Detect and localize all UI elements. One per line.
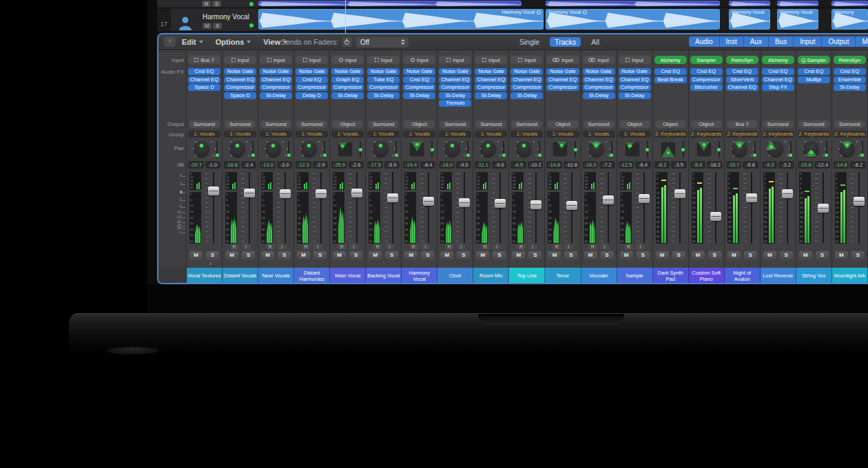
input-slot-button[interactable]: Input bbox=[296, 56, 328, 64]
pan-knob[interactable] bbox=[516, 141, 532, 157]
mute-button[interactable]: M bbox=[225, 251, 238, 259]
midi-region[interactable] bbox=[729, 1, 770, 6]
mute-button[interactable]: M bbox=[297, 251, 310, 259]
volume-db-value[interactable]: -6.4 bbox=[635, 161, 651, 169]
group-slot[interactable]: 1: Vocals bbox=[224, 131, 256, 138]
fx-plugin-button[interactable]: Channel EQ bbox=[439, 76, 471, 83]
pan-spread-slider[interactable] bbox=[683, 141, 684, 158]
solo-button[interactable]: S bbox=[780, 251, 793, 259]
fx-plugin-button[interactable]: Space D bbox=[188, 84, 220, 91]
fx-plugin-button[interactable]: Cnsl EQ bbox=[296, 76, 328, 83]
group-slot[interactable]: 2: Keyboards bbox=[834, 131, 866, 138]
fader-cap[interactable] bbox=[566, 201, 577, 210]
group-slot[interactable]: 2: Keyboards bbox=[654, 131, 687, 138]
record-enable-button[interactable]: R bbox=[588, 244, 597, 250]
fx-plugin-button[interactable]: Noise Gate bbox=[583, 68, 615, 75]
output-slot-button[interactable]: Surround bbox=[296, 120, 327, 128]
meter-db-value[interactable]: -13.0 bbox=[260, 161, 276, 169]
fx-plugin-button[interactable]: St-Delay bbox=[619, 92, 651, 99]
power-icon-button[interactable] bbox=[342, 37, 352, 47]
fx-plugin-button[interactable]: Channel EQ bbox=[475, 76, 507, 83]
output-slot-button[interactable]: Object bbox=[332, 120, 363, 128]
fx-plugin-button[interactable]: Channel EQ bbox=[583, 76, 615, 83]
input-slot-button[interactable]: Input bbox=[224, 56, 256, 64]
solo-button[interactable]: S bbox=[493, 251, 506, 259]
meter-db-value[interactable]: -19.4 bbox=[403, 161, 419, 169]
mute-button[interactable]: M bbox=[202, 1, 211, 7]
track-name-cell[interactable]: Near Vocals bbox=[258, 268, 294, 284]
pan-knob[interactable] bbox=[839, 141, 855, 157]
volume-db-value[interactable]: -2.6 bbox=[349, 161, 364, 169]
pan-spread-slider[interactable] bbox=[719, 141, 720, 158]
move-mixer-up-button[interactable]: ↑ bbox=[164, 36, 176, 47]
volume-fader[interactable] bbox=[850, 172, 865, 244]
input-monitor-button[interactable]: I bbox=[421, 244, 430, 250]
fx-plugin-button[interactable]: St-Delay bbox=[475, 92, 507, 99]
mute-button[interactable]: M bbox=[512, 251, 525, 259]
fx-plugin-button[interactable]: St-Delay bbox=[510, 92, 543, 99]
midi-region[interactable] bbox=[777, 1, 818, 6]
meter-db-value[interactable]: -14.8 bbox=[834, 161, 849, 169]
input-monitor-button[interactable]: I bbox=[457, 244, 466, 250]
track-name-cell[interactable]: Moonlight Ark bbox=[832, 268, 868, 284]
fx-plugin-button[interactable]: St-Delay bbox=[260, 92, 292, 99]
volume-db-value[interactable]: -9.0 bbox=[456, 161, 472, 169]
fx-plugin-button[interactable]: Compressor bbox=[367, 84, 400, 91]
solo-button[interactable]: S bbox=[421, 251, 434, 259]
pan-spread-slider[interactable] bbox=[539, 141, 540, 158]
midi-region[interactable] bbox=[258, 1, 521, 6]
solo-button[interactable]: S bbox=[242, 251, 255, 259]
fx-plugin-button[interactable]: Delay D bbox=[296, 92, 328, 99]
fx-plugin-button[interactable]: St-Delay bbox=[834, 84, 866, 91]
fx-plugin-button[interactable]: Cnsl EQ bbox=[403, 76, 435, 83]
view-mode-tracks[interactable]: Tracks bbox=[550, 37, 581, 47]
input-monitor-button[interactable]: I bbox=[493, 244, 502, 250]
object-pan-pad[interactable] bbox=[338, 142, 353, 157]
instrument-slot-button[interactable]: Sampler bbox=[690, 56, 723, 64]
track-name-cell[interactable]: Backing Vocal bbox=[366, 268, 402, 284]
output-slot-button[interactable]: Surround bbox=[834, 120, 865, 128]
input-slot-button[interactable]: Input bbox=[583, 56, 615, 64]
volume-fader[interactable] bbox=[348, 172, 363, 244]
fx-plugin-button[interactable]: Noise Gate bbox=[439, 68, 471, 75]
volume-db-value[interactable]: -1.0 bbox=[205, 161, 221, 169]
fx-plugin-button[interactable]: Bitcrusher bbox=[690, 84, 723, 91]
fx-plugin-button[interactable]: Channel EQ bbox=[726, 84, 758, 91]
fader-cap[interactable] bbox=[530, 200, 541, 209]
pan-knob[interactable] bbox=[265, 141, 281, 157]
mute-button[interactable]: M bbox=[835, 251, 848, 259]
record-enable-button[interactable]: R bbox=[481, 244, 490, 250]
output-slot-button[interactable]: Object bbox=[547, 120, 578, 128]
pan-spread-slider[interactable] bbox=[395, 141, 397, 158]
pan-spread-slider[interactable] bbox=[431, 141, 433, 158]
input-monitor-button[interactable]: I bbox=[636, 244, 645, 250]
volume-fader[interactable] bbox=[599, 172, 614, 244]
pan-spread-slider[interactable] bbox=[252, 141, 254, 158]
group-slot[interactable]: 2: Keyboards bbox=[690, 131, 723, 138]
fader-cap[interactable] bbox=[495, 199, 506, 208]
input-monitor-button[interactable]: I bbox=[313, 244, 322, 250]
group-slot[interactable]: 1: Vocals bbox=[260, 131, 292, 138]
mute-button[interactable]: M bbox=[548, 251, 561, 259]
midi-region[interactable] bbox=[546, 1, 720, 6]
pan-knob[interactable] bbox=[732, 141, 747, 157]
filter-mastervca[interactable]: Master/VCA bbox=[855, 36, 868, 47]
meter-db-value[interactable]: -11.1 bbox=[475, 161, 490, 169]
pan-spread-slider[interactable] bbox=[754, 141, 756, 158]
pan-spread-slider[interactable] bbox=[575, 141, 576, 158]
pan-spread-slider[interactable] bbox=[324, 141, 325, 158]
fader-cap[interactable] bbox=[639, 194, 650, 203]
output-slot-button[interactable]: Surround bbox=[798, 120, 829, 128]
filter-inst[interactable]: Inst bbox=[719, 36, 743, 47]
track-name-cell[interactable]: Custom Soft Piano bbox=[689, 268, 725, 284]
fx-plugin-button[interactable]: Channel EQ bbox=[619, 76, 651, 83]
fx-plugin-button[interactable]: Compressor bbox=[690, 76, 723, 83]
fx-plugin-button[interactable]: Space D bbox=[224, 92, 256, 99]
track-name-cell[interactable]: Choir bbox=[437, 268, 473, 284]
volume-db-value[interactable]: -9.6 bbox=[492, 161, 508, 169]
track-name-cell[interactable]: Vocoder bbox=[581, 268, 617, 284]
volume-fader[interactable] bbox=[384, 172, 399, 244]
track-name-cell[interactable]: Room Mic bbox=[473, 268, 509, 284]
fx-plugin-button[interactable]: Noise Gate bbox=[367, 68, 400, 75]
instrument-slot-button[interactable]: RetroSyn bbox=[834, 56, 866, 64]
